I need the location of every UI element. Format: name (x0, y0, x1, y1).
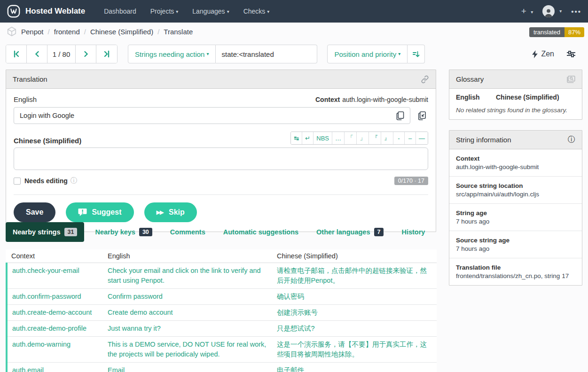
row-context[interactable]: auth.create-demo-profile (7, 321, 103, 337)
target-language-label: Chinese (Simplified) (14, 137, 81, 145)
breadcrumb-language[interactable]: Chinese (Simplified) (90, 28, 153, 36)
previous-page-button[interactable] (27, 45, 47, 63)
save-button[interactable]: Save (14, 202, 55, 222)
chevron-down-icon: ▾ (531, 9, 533, 15)
row-english[interactable]: Email (103, 363, 272, 372)
source-string-text: Login with Google (20, 112, 74, 119)
translated-progress-badge[interactable]: translated 87% (529, 27, 584, 37)
first-page-button[interactable] (6, 45, 27, 63)
translation-panel-header: Translation (6, 70, 436, 89)
tab-count-badge: 31 (64, 228, 78, 236)
brand-home-link[interactable]: Hosted Weblate (7, 4, 85, 18)
insert-white-corner-bracket-close-button[interactable]: 』 (381, 132, 393, 144)
row-context[interactable]: auth.check-your-email (7, 263, 103, 289)
row-english[interactable]: Check your email and click on the link t… (103, 263, 272, 289)
table-row[interactable]: auth.create-demo-account Create demo acc… (7, 305, 437, 321)
next-page-button[interactable] (76, 45, 96, 63)
needs-editing-checkbox[interactable] (14, 178, 21, 185)
row-english[interactable]: This is a DEMO service, DO NOT USE for r… (103, 337, 272, 363)
row-context[interactable]: auth.demo-warning (7, 337, 103, 363)
table-row[interactable]: auth.confirm-password Confirm password 确… (7, 289, 437, 305)
pagination-group: 1 / 80 (6, 45, 118, 63)
lightning-icon (532, 50, 538, 58)
row-context[interactable]: auth.confirm-password (7, 289, 103, 305)
last-page-button[interactable] (96, 45, 117, 63)
context-line: Contextauth.login-with-google-submit (315, 96, 428, 103)
source-string-box: Login with Google (14, 107, 410, 124)
tab-automatic-suggestions[interactable]: Automatic suggestions (216, 223, 306, 241)
insert-em-dash-button[interactable]: — (416, 132, 428, 144)
glossary-panel: Glossary English Chinese (Simplified) No… (449, 70, 582, 120)
tab-nearby-strings[interactable]: Nearby strings31 (6, 222, 84, 242)
tab-comments[interactable]: Comments (163, 223, 212, 241)
row-english[interactable]: Confirm password (103, 289, 272, 305)
row-english[interactable]: Create demo account (103, 305, 272, 321)
insert-nbsp-button[interactable]: NBS (314, 132, 332, 144)
row-english[interactable]: Just wanna try it? (103, 321, 272, 337)
breadcrumb: Penpot / frontend / Chinese (Simplified)… (7, 26, 193, 37)
insert-corner-bracket-open-button[interactable]: 「 (345, 132, 357, 144)
row-chinese[interactable]: 电子邮件 (272, 363, 437, 372)
row-chinese[interactable]: 请检查电子邮箱，点击邮件中的超链接来验证，然后开始使用Penpot。 (272, 263, 437, 289)
insert-white-corner-bracket-open-button[interactable]: 『 (369, 132, 381, 144)
column-header-chinese: Chinese (Simplified) (272, 249, 437, 263)
row-context[interactable]: auth.create-demo-account (7, 305, 103, 321)
insert-tab-button[interactable]: ↹ (291, 132, 302, 144)
tab-nearby-keys[interactable]: Nearby keys30 (88, 222, 159, 242)
row-chinese[interactable]: 只是想试试? (272, 321, 437, 337)
breadcrumb-page[interactable]: Translate (164, 28, 193, 36)
insert-en-dash-button[interactable]: – (405, 132, 416, 144)
copy-source-icon[interactable] (394, 109, 406, 122)
tab-history[interactable]: History (394, 223, 432, 241)
filter-dropdown[interactable]: Strings needing action▾ (128, 45, 216, 63)
nearby-strings-table: Context English Chinese (Simplified) aut… (6, 249, 437, 372)
translation-textarea[interactable] (14, 147, 428, 170)
table-row[interactable]: auth.create-demo-profile Just wanna try … (7, 321, 437, 337)
nav-item-languages[interactable]: Languages▾ (187, 4, 235, 19)
insert-ellipsis-button[interactable]: … (332, 132, 345, 144)
user-menu-button[interactable]: ▾ (542, 5, 562, 17)
sort-dropdown[interactable]: Position and priority▾ (327, 45, 408, 63)
insert-hyphen-button[interactable]: - (393, 132, 405, 144)
brand-title: Hosted Weblate (25, 7, 85, 16)
tab-other-languages[interactable]: Other languages7 (309, 222, 391, 242)
table-row[interactable]: auth.demo-warning This is a DEMO service… (7, 337, 437, 363)
skip-button[interactable]: ▶▶ Skip (144, 202, 197, 222)
breadcrumb-project[interactable]: Penpot (21, 28, 44, 36)
breadcrumb-component[interactable]: frontend (54, 28, 80, 36)
insert-newline-button[interactable]: ↵ (302, 132, 314, 144)
tab-count-badge: 30 (139, 228, 152, 236)
nav-item-dashboard[interactable]: Dashboard (98, 4, 142, 19)
table-header-row: Context English Chinese (Simplified) (7, 249, 437, 263)
row-chinese[interactable]: 创建演示账号 (272, 305, 437, 321)
info-icon[interactable]: ⓘ (568, 135, 575, 145)
table-row[interactable]: auth.email Email 电子邮件 (7, 363, 437, 372)
row-context[interactable]: auth.email (7, 363, 103, 372)
info-row-context: Context auth.login-with-google-submit (449, 149, 582, 177)
tab-count-badge: 7 (374, 228, 384, 236)
zen-mode-button[interactable]: Zen (532, 50, 554, 58)
sort-direction-button[interactable] (408, 45, 425, 63)
glossary-body: English Chinese (Simplified) No related … (449, 89, 582, 119)
project-cube-icon (7, 26, 17, 37)
settings-sliders-button[interactable] (566, 50, 576, 58)
more-menu-button[interactable]: ••• (571, 8, 581, 16)
glossary-col-english: English (456, 93, 496, 101)
detail-tabs: Nearby strings31 Nearby keys30 Comments … (6, 222, 432, 242)
suggest-button[interactable]: Suggest (66, 202, 133, 222)
table-row[interactable]: auth.check-your-email Check your email a… (7, 263, 437, 289)
nav-item-checks[interactable]: Checks▾ (238, 4, 275, 19)
search-input[interactable] (216, 45, 317, 63)
insert-corner-bracket-close-button[interactable]: 」 (357, 132, 369, 144)
nav-item-projects[interactable]: Projects▾ (145, 4, 184, 19)
add-menu-button[interactable]: + ▾ (521, 6, 533, 16)
info-icon[interactable]: ⓘ (71, 177, 77, 185)
chevron-down-icon: ▾ (176, 9, 178, 14)
clone-to-translation-icon[interactable] (416, 109, 428, 122)
row-chinese[interactable]: 确认密码 (272, 289, 437, 305)
browse-glossary-icon[interactable] (567, 76, 575, 83)
row-chinese[interactable]: 这是一个演示服务，请【不要】用于真实工作，这些项目将被周期性地抹除。 (272, 337, 437, 363)
permalink-icon[interactable] (421, 75, 429, 84)
column-header-context: Context (7, 249, 103, 263)
needs-editing-row: Needs editing ⓘ 0/170 · 17 (14, 177, 428, 185)
